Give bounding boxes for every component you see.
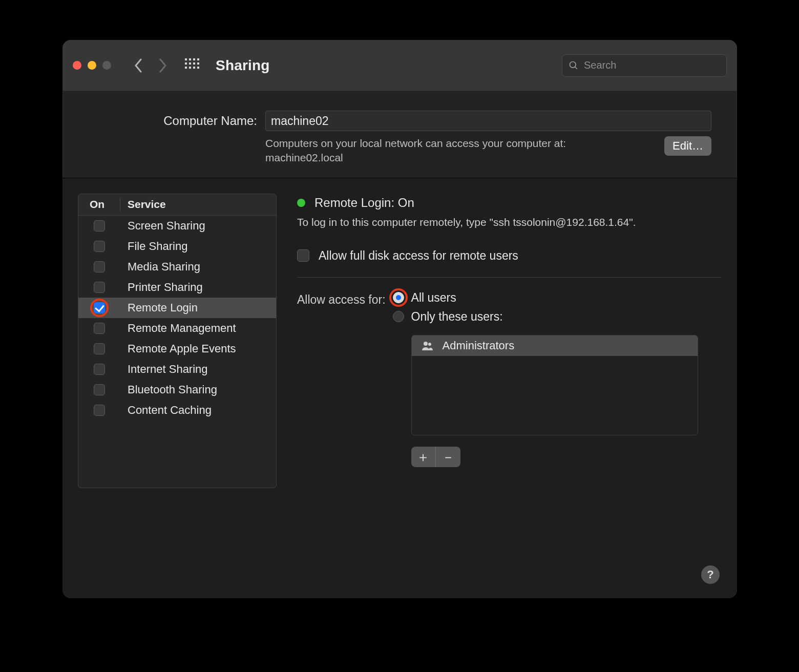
ssh-hint: To log in to this computer remotely, typ… — [297, 216, 722, 228]
sharing-prefpane-window: Sharing Computer Name: Computers on your… — [62, 40, 737, 598]
service-checkbox[interactable] — [94, 261, 105, 272]
edit-hostname-button[interactable]: Edit… — [664, 136, 711, 156]
service-label: Remote Apple Events — [120, 342, 236, 355]
computer-name-help: Computers on your local network can acce… — [265, 136, 646, 165]
service-checkbox[interactable] — [94, 282, 105, 293]
service-row[interactable]: Media Sharing — [78, 257, 276, 277]
help-button[interactable]: ? — [701, 565, 720, 584]
service-row[interactable]: Internet Sharing — [78, 359, 276, 380]
service-checkbox[interactable] — [94, 323, 105, 334]
service-checkbox-cell[interactable] — [78, 282, 120, 293]
radio-all-users-label: All users — [411, 291, 456, 305]
status-text: Remote Login: On — [314, 196, 414, 210]
header-on: On — [78, 198, 120, 211]
close-window-button[interactable] — [73, 61, 81, 70]
add-user-button[interactable]: ＋ — [411, 447, 436, 467]
service-row[interactable]: Remote Apple Events — [78, 339, 276, 359]
service-checkbox-cell[interactable] — [78, 261, 120, 272]
service-label: File Sharing — [120, 240, 187, 253]
radio-only-users[interactable] — [393, 311, 404, 322]
access-options: All users Only these users: Administrato… — [393, 291, 722, 467]
radio-all-users[interactable] — [393, 292, 404, 303]
divider — [297, 277, 722, 278]
computer-name-row: Computer Name: — [62, 91, 737, 131]
services-table: On Service Screen SharingFile SharingMed… — [78, 194, 277, 488]
header-service: Service — [120, 198, 166, 211]
service-label: Remote Login — [120, 301, 198, 314]
pane-title: Sharing — [216, 57, 270, 74]
service-checkbox-cell[interactable] — [78, 364, 120, 375]
service-label: Media Sharing — [120, 260, 200, 274]
service-checkbox-cell[interactable] — [78, 220, 120, 232]
service-checkbox[interactable] — [94, 405, 105, 416]
service-checkbox-cell[interactable] — [78, 323, 120, 334]
help-line-1: Computers on your local network can acce… — [265, 137, 566, 149]
computer-name-input[interactable] — [265, 111, 711, 131]
user-list[interactable]: Administrators — [411, 335, 698, 435]
search-icon — [569, 60, 579, 71]
radio-only-users-label: Only these users: — [411, 310, 503, 324]
user-name: Administrators — [443, 339, 515, 352]
svg-point-0 — [570, 61, 576, 68]
remove-user-button[interactable]: － — [436, 447, 460, 467]
minimize-window-button[interactable] — [88, 61, 96, 70]
radio-all-users-row[interactable]: All users — [393, 291, 722, 305]
service-detail: Remote Login: On To log in to this compu… — [297, 194, 722, 583]
lower-split: On Service Screen SharingFile SharingMed… — [62, 178, 737, 598]
status-row: Remote Login: On — [297, 196, 722, 210]
back-button[interactable] — [131, 55, 146, 76]
status-indicator-icon — [297, 199, 305, 207]
computer-name-help-row: Computers on your local network can acce… — [62, 131, 737, 178]
service-checkbox-cell[interactable] — [78, 405, 120, 416]
service-row[interactable]: Screen Sharing — [78, 216, 276, 236]
service-label: Bluetooth Sharing — [120, 383, 217, 396]
service-row[interactable]: Printer Sharing — [78, 277, 276, 298]
computer-name-label: Computer Name: — [88, 114, 257, 128]
service-checkbox-cell[interactable] — [78, 302, 120, 313]
service-row[interactable]: Remote Management — [78, 318, 276, 339]
service-label: Content Caching — [120, 404, 212, 417]
service-row[interactable]: Content Caching — [78, 400, 276, 421]
show-all-prefs-icon[interactable] — [185, 58, 199, 73]
group-icon — [421, 340, 433, 352]
service-checkbox-cell[interactable] — [78, 241, 120, 252]
service-checkbox-cell[interactable] — [78, 343, 120, 354]
service-checkbox[interactable] — [94, 343, 105, 354]
forward-button — [155, 55, 171, 76]
service-checkbox-cell[interactable] — [78, 384, 120, 395]
access-label: Allow access for: — [297, 291, 386, 467]
access-row: Allow access for: All users Only these u… — [297, 291, 722, 467]
full-disk-access-label: Allow full disk access for remote users — [319, 249, 518, 263]
search-field[interactable] — [562, 54, 727, 77]
service-row[interactable]: Bluetooth Sharing — [78, 380, 276, 400]
service-label: Internet Sharing — [120, 363, 208, 376]
full-disk-access-row[interactable]: Allow full disk access for remote users — [297, 249, 722, 263]
service-checkbox[interactable] — [94, 302, 105, 313]
services-header: On Service — [78, 194, 276, 216]
service-checkbox[interactable] — [94, 364, 105, 375]
service-checkbox[interactable] — [94, 241, 105, 252]
window-controls — [73, 61, 111, 70]
service-checkbox[interactable] — [94, 220, 105, 232]
service-label: Remote Management — [120, 322, 236, 335]
svg-point-3 — [428, 343, 431, 346]
user-row[interactable]: Administrators — [412, 335, 698, 356]
add-remove-buttons: ＋ － — [411, 447, 460, 467]
service-row[interactable]: Remote Login — [78, 298, 276, 318]
svg-line-1 — [575, 67, 577, 69]
pane-body: Computer Name: Computers on your local n… — [62, 91, 737, 598]
service-label: Printer Sharing — [120, 281, 203, 294]
service-label: Screen Sharing — [120, 219, 205, 233]
service-checkbox[interactable] — [94, 384, 105, 395]
radio-only-users-row[interactable]: Only these users: — [393, 310, 722, 324]
zoom-window-button — [102, 61, 111, 70]
svg-point-2 — [424, 342, 428, 346]
service-row[interactable]: File Sharing — [78, 236, 276, 257]
help-line-2: machine02.local — [265, 152, 343, 163]
toolbar: Sharing — [62, 40, 737, 91]
search-input[interactable] — [584, 59, 720, 71]
full-disk-access-checkbox[interactable] — [297, 249, 309, 262]
